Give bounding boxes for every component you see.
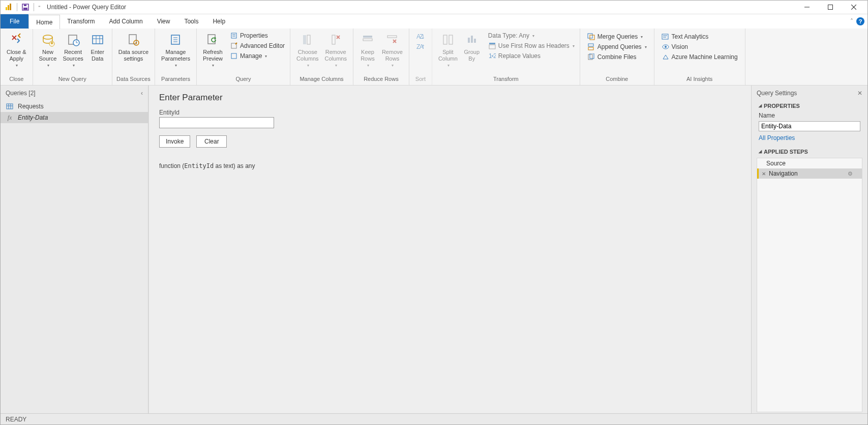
data-type-button[interactable]: Data Type: Any▾: [486, 31, 577, 41]
sort-desc-icon: ZA: [416, 43, 425, 51]
maximize-button[interactable]: [819, 1, 842, 14]
sort-asc-button[interactable]: AZ: [414, 32, 427, 42]
function-icon: fx: [6, 114, 14, 122]
new-source-button[interactable]: ✶ New Source▾: [36, 31, 60, 69]
svg-rect-0: [6, 7, 7, 10]
keep-rows-button[interactable]: Keep Rows▾: [356, 31, 379, 69]
entityid-label: EntityId: [159, 109, 741, 116]
vision-icon: [662, 43, 670, 51]
replace-values-icon: 12: [488, 52, 496, 60]
svg-text:✶: ✶: [49, 40, 54, 47]
function-signature: function (EntityId as text) as any: [159, 162, 741, 169]
close-window-button[interactable]: [842, 1, 865, 14]
qat-dropdown-icon[interactable]: ⁼: [38, 5, 41, 10]
remove-columns-button[interactable]: Remove Columns▾: [322, 31, 350, 69]
applied-steps-section[interactable]: APPLIED STEPS: [752, 147, 867, 157]
text-analytics-icon: [662, 33, 670, 41]
qat-separator: [17, 3, 17, 11]
query-name-input[interactable]: [759, 121, 860, 131]
tab-add-column[interactable]: Add Column: [102, 14, 150, 29]
help-icon[interactable]: ?: [856, 17, 864, 25]
queries-pane: Queries [2] ‹ Requests fx Entity-Data: [1, 86, 148, 413]
query-settings-header: Query Settings ✕: [752, 86, 867, 101]
save-icon[interactable]: [21, 3, 29, 11]
minimize-button[interactable]: [795, 1, 819, 14]
choose-columns-button[interactable]: Choose Columns▾: [293, 31, 321, 69]
queries-header: Queries [2] ‹: [1, 86, 148, 101]
manage-button[interactable]: Manage▾: [228, 51, 287, 61]
merge-queries-button[interactable]: Merge Queries▾: [585, 32, 649, 42]
svg-line-35: [235, 43, 237, 44]
all-properties-link[interactable]: All Properties: [752, 134, 867, 147]
refresh-preview-button[interactable]: Refresh Preview▾: [200, 31, 226, 69]
manage-icon: [230, 52, 238, 60]
recent-sources-button[interactable]: Recent Sources▾: [59, 31, 86, 69]
tab-transform[interactable]: Transform: [60, 14, 102, 29]
enter-parameter-heading: Enter Parameter: [159, 93, 741, 103]
data-source-settings-button[interactable]: Data source settings: [115, 31, 152, 63]
svg-rect-64: [588, 44, 593, 46]
azure-ml-button[interactable]: Azure Machine Learning: [660, 52, 740, 62]
enter-data-icon: [89, 32, 106, 48]
first-row-headers-button[interactable]: Use First Row as Headers▾: [486, 41, 577, 51]
properties-button[interactable]: Properties: [228, 31, 287, 41]
step-gear-icon[interactable]: ⚙: [848, 171, 853, 177]
delete-step-icon[interactable]: ✕: [762, 171, 766, 177]
svg-rect-43: [363, 39, 372, 41]
invoke-button[interactable]: Invoke: [159, 135, 190, 148]
clear-button[interactable]: Clear: [196, 135, 227, 148]
azure-ml-icon: [662, 53, 670, 61]
svg-rect-39: [332, 35, 335, 44]
tab-file[interactable]: File: [1, 14, 28, 29]
data-source-settings-icon: [125, 32, 141, 48]
ribbon-collapse-icon[interactable]: ˄: [850, 18, 853, 25]
text-analytics-button[interactable]: Text Analytics: [660, 32, 740, 42]
enter-data-button[interactable]: Enter Data: [86, 31, 109, 63]
powerbi-icon: [5, 3, 13, 11]
advanced-editor-icon: [230, 42, 238, 50]
combine-files-button[interactable]: Combine Files: [585, 52, 649, 62]
svg-point-12: [43, 35, 52, 39]
svg-rect-23: [129, 35, 136, 44]
manage-parameters-button[interactable]: Manage Parameters▾: [158, 31, 193, 69]
step-navigation[interactable]: ✕ Navigation ⚙: [757, 168, 862, 179]
group-by-button[interactable]: Group By: [461, 31, 483, 63]
append-queries-button[interactable]: Append Queries▾: [585, 42, 649, 52]
svg-rect-73: [7, 104, 13, 109]
tab-home[interactable]: Home: [28, 15, 60, 29]
svg-rect-58: [489, 43, 495, 44]
collapse-queries-icon[interactable]: ‹: [141, 90, 143, 97]
main-content: Enter Parameter EntityId Invoke Clear fu…: [148, 86, 751, 413]
workspace: Queries [2] ‹ Requests fx Entity-Data En…: [1, 86, 867, 413]
vision-button[interactable]: Vision: [660, 42, 740, 52]
group-by-icon: [464, 32, 480, 48]
advanced-editor-button[interactable]: Advanced Editor: [228, 41, 287, 51]
sort-desc-button[interactable]: ZA: [414, 42, 427, 52]
tab-help[interactable]: Help: [205, 14, 232, 29]
close-apply-button[interactable]: Close & Apply▾: [4, 31, 29, 69]
recent-sources-icon: [65, 32, 81, 48]
merge-queries-icon: [587, 33, 595, 41]
properties-section[interactable]: PROPERTIES: [752, 101, 867, 111]
ribbon-group-combine: Merge Queries▾ Append Queries▾ Combine F…: [580, 29, 654, 85]
ribbon-group-parameters: Manage Parameters▾ Parameters: [155, 29, 197, 85]
close-settings-icon[interactable]: ✕: [857, 90, 862, 97]
split-column-button[interactable]: Split Column▾: [435, 31, 461, 69]
svg-rect-55: [468, 38, 470, 43]
entityid-input[interactable]: [159, 117, 274, 128]
tab-tools[interactable]: Tools: [177, 14, 205, 29]
svg-text:2: 2: [493, 52, 496, 60]
query-item-entity-data[interactable]: fx Entity-Data: [1, 112, 148, 123]
split-column-icon: [440, 32, 456, 48]
ribbon-tabs: File Home Transform Add Column View Tool…: [1, 14, 867, 29]
step-source[interactable]: Source: [757, 158, 862, 168]
replace-values-button[interactable]: 12Replace Values: [486, 51, 577, 61]
query-item-requests[interactable]: Requests: [1, 101, 148, 112]
status-bar: READY: [1, 413, 867, 424]
query-settings-pane: Query Settings ✕ PROPERTIES Name All Pro…: [751, 86, 867, 413]
remove-rows-button[interactable]: Remove Rows▾: [379, 31, 406, 69]
tab-view[interactable]: View: [150, 14, 177, 29]
choose-columns-icon: [300, 32, 316, 48]
svg-text:Z: Z: [420, 33, 423, 40]
svg-rect-59: [489, 45, 495, 49]
